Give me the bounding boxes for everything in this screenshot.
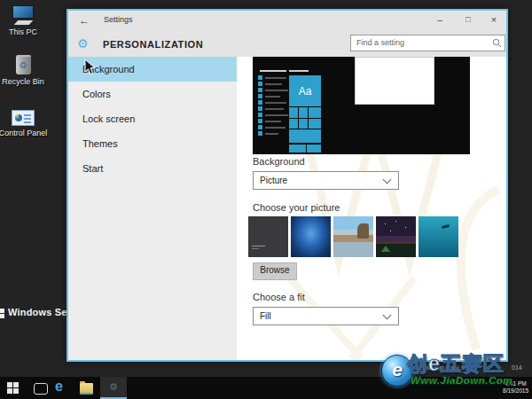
sidebar-item-themes[interactable]: Themes <box>68 131 237 156</box>
chevron-down-icon <box>383 311 392 320</box>
thumbnail-current-dark-wallpaper[interactable] <box>248 216 288 257</box>
chevron-down-icon <box>383 176 392 184</box>
eval-watermark-line2: Evaluation copy. Bu <box>415 364 469 371</box>
back-button[interactable]: ← <box>79 13 90 27</box>
background-type-dropdown[interactable]: Picture <box>253 171 399 190</box>
windows-logo-fragment-icon <box>0 309 4 318</box>
clock-time: 4:41 PM <box>503 380 528 387</box>
edge-icon: e <box>55 379 63 394</box>
preview-wide-tile <box>289 129 321 143</box>
background-label: Background <box>253 156 305 167</box>
start-button[interactable] <box>7 382 19 394</box>
edge-browser-button[interactable]: e <box>55 379 63 395</box>
preview-aa-tile: Aa <box>289 75 321 106</box>
preview-bottom-tiles <box>289 145 321 153</box>
sidebar-item-lock-screen[interactable]: Lock screen <box>68 106 237 131</box>
windows-logo-icon <box>7 382 12 387</box>
taskbar: e ⚙ 4:41 PM 8/19/2015 <box>0 377 532 399</box>
preview-tile-grid <box>289 107 321 129</box>
clock-date: 8/19/2015 <box>503 387 528 395</box>
task-view-button[interactable] <box>34 383 48 395</box>
desktop-icon-this-pc[interactable]: This PC <box>0 5 50 36</box>
fit-dropdown[interactable]: Fill <box>253 307 399 325</box>
thumbnail-night-sky-camping[interactable] <box>376 216 416 257</box>
picture-thumbnails <box>248 216 458 257</box>
preview-tile-header <box>289 70 309 72</box>
window-title: Settings <box>104 15 133 24</box>
titlebar[interactable]: ← Settings – □ × <box>68 11 506 30</box>
minimize-button[interactable]: – <box>427 11 452 30</box>
preview-sample-window <box>355 57 434 105</box>
windows-server-watermark: Windows Se <box>8 307 67 317</box>
recycle-bin-icon: ♻ <box>0 55 50 74</box>
gear-icon: ⚙ <box>77 35 89 52</box>
maximize-button[interactable]: □ <box>456 11 481 30</box>
sidebar-item-start[interactable]: Start <box>68 156 237 181</box>
choose-picture-label: Choose your picture <box>253 202 340 213</box>
desktop-icon-control-panel[interactable]: Control Panel <box>0 110 50 137</box>
search-icon <box>492 38 502 48</box>
thumbnail-underwater-scene[interactable] <box>419 216 458 257</box>
search-box[interactable] <box>350 35 505 51</box>
thumbnail-beach-rocks[interactable] <box>333 216 373 257</box>
control-panel-icon <box>0 110 50 126</box>
browse-button[interactable]: Browse <box>253 262 297 280</box>
this-pc-icon <box>0 5 50 25</box>
taskbar-clock[interactable]: 4:41 PM 8/19/2015 <box>503 380 528 395</box>
search-input[interactable] <box>351 35 489 49</box>
settings-gear-icon: ⚙ <box>109 381 118 392</box>
thumbnail-windows-hero-blue[interactable] <box>291 216 331 257</box>
sidebar-item-background[interactable]: Background <box>68 57 237 82</box>
desktop-icon-label: Recycle Bin <box>0 77 50 86</box>
choose-fit-label: Choose a fit <box>253 292 305 302</box>
desktop-icon-recycle-bin[interactable]: ♻ Recycle Bin <box>0 55 50 86</box>
sidebar-item-colors[interactable]: Colors <box>68 82 237 106</box>
settings-window: ← Settings – □ × ⚙ PERSONALIZATION Backg… <box>66 9 508 362</box>
preview-start-menu-list <box>258 70 288 137</box>
content-pane: Aa Background Picture Choose your pictur… <box>237 57 506 360</box>
settings-app-taskbar-button[interactable]: ⚙ <box>100 377 127 399</box>
file-explorer-button[interactable] <box>80 383 93 395</box>
page-header: ⚙ PERSONALIZATION <box>68 30 506 57</box>
eval-watermark-line2-tail: 014 <box>512 364 522 371</box>
background-preview: Aa <box>253 57 470 154</box>
close-button[interactable]: × <box>481 11 506 30</box>
page-title: PERSONALIZATION <box>103 39 203 50</box>
desktop-icon-label: This PC <box>0 27 50 36</box>
sidebar: Background Colors Lock screen Themes Sta… <box>68 57 237 360</box>
desktop-icon-label: Control Panel <box>0 129 50 137</box>
eval-watermark-line1: ven a 1 <box>441 357 458 363</box>
